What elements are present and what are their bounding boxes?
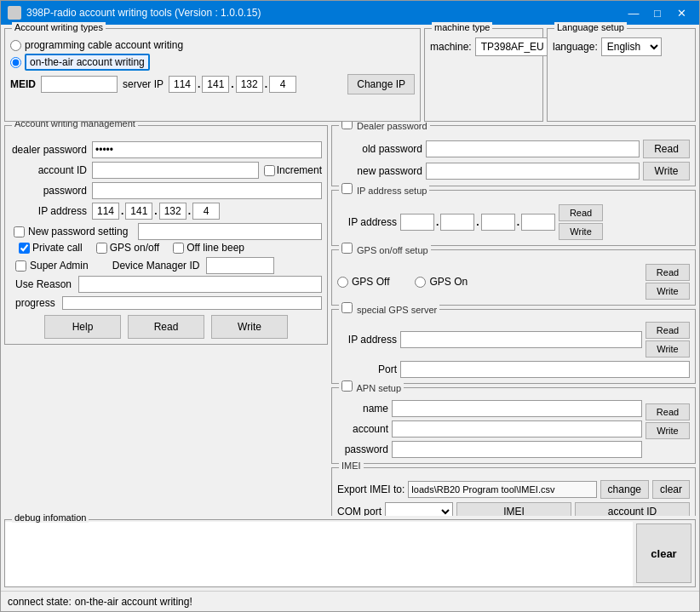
device-manager-id-input[interactable] xyxy=(206,257,274,274)
radio-label-2[interactable]: on-the-air account writing xyxy=(25,54,150,71)
account-id-btn[interactable]: account ID xyxy=(575,502,690,516)
language-setup-title: Language setup xyxy=(554,22,627,32)
debug-section: debug infomation clear xyxy=(4,519,696,587)
server-ip-octet-1[interactable]: 114 xyxy=(169,76,196,93)
apn-read-btn[interactable]: Read xyxy=(645,403,690,420)
imei-change-btn[interactable]: change xyxy=(600,480,649,499)
awm-ip-octet-2[interactable]: 141 xyxy=(125,203,152,220)
debug-clear-btn[interactable]: clear xyxy=(636,523,691,583)
server-ip-octet-2[interactable]: 141 xyxy=(202,76,229,93)
dp-read-button[interactable]: Read xyxy=(643,140,690,158)
meid-label: MEID xyxy=(10,78,36,90)
gps-onoff-cb-item: GPS on/off xyxy=(96,242,159,254)
apn-setup-checkbox[interactable] xyxy=(341,380,353,392)
account-types-title: Account writing types xyxy=(12,22,106,32)
gps-setup-write-btn[interactable]: Write xyxy=(645,283,690,300)
ip-setup-octet-2[interactable] xyxy=(440,214,474,231)
checkboxes-row: Private call GPS on/off Off line beep xyxy=(10,242,322,254)
ip-setup-octet-1[interactable] xyxy=(400,214,434,231)
new-password-input[interactable] xyxy=(138,223,322,240)
gps-setup-group: GPS on/off setup GPS Off GPS On Read Wri… xyxy=(331,249,696,306)
machine-type-group: machine type machine: TP398AF_EU TP398AF… xyxy=(424,28,543,122)
sgps-read-btn[interactable]: Read xyxy=(645,322,690,339)
left-panel: Account writing management dealer passwo… xyxy=(4,125,328,512)
super-admin-checkbox[interactable] xyxy=(15,260,26,272)
awm-password-input[interactable] xyxy=(92,182,322,199)
ip-dot-3: . xyxy=(265,78,267,90)
change-ip-button[interactable]: Change IP xyxy=(347,74,415,94)
gps-onoff-label[interactable]: GPS on/off xyxy=(110,242,159,254)
gps-setup-checkbox[interactable] xyxy=(341,243,353,254)
awm-ip-octet-1[interactable]: 114 xyxy=(92,203,119,220)
private-call-checkbox[interactable] xyxy=(19,243,30,254)
close-button[interactable]: ✕ xyxy=(670,4,692,21)
gps-setup-read-btn[interactable]: Read xyxy=(645,264,690,281)
special-gps-checkbox[interactable] xyxy=(341,302,353,313)
dp-old-input[interactable] xyxy=(426,140,640,157)
meid-input[interactable] xyxy=(41,76,118,93)
radio-on-the-air[interactable] xyxy=(10,57,21,68)
radio-label-1[interactable]: programming cable account writing xyxy=(25,39,183,51)
gps-off-label[interactable]: GPS Off xyxy=(352,276,389,288)
gps-on-label[interactable]: GPS On xyxy=(429,276,468,288)
sgps-port-input[interactable] xyxy=(400,361,690,378)
imei-clear-btn[interactable]: clear xyxy=(652,480,690,499)
super-admin-label[interactable]: Super Admin xyxy=(30,260,89,272)
special-gps-title: special GPS server xyxy=(339,302,439,315)
offline-beep-label[interactable]: Off line beep xyxy=(186,242,244,254)
dp-new-input[interactable] xyxy=(426,163,640,180)
dealer-password-checkbox[interactable] xyxy=(341,122,353,129)
debug-textarea[interactable] xyxy=(5,522,633,586)
offline-beep-cb-item: Off line beep xyxy=(173,242,244,254)
language-select[interactable]: English Chinese French Spanish xyxy=(601,37,662,56)
sgps-ip-label: IP address xyxy=(337,334,397,346)
increment-checkbox[interactable] xyxy=(264,165,275,176)
apn-account-input[interactable] xyxy=(392,420,642,438)
com-port-select[interactable] xyxy=(385,502,453,516)
dp-write-button[interactable]: Write xyxy=(643,162,690,180)
ip-dot-1: . xyxy=(198,78,200,90)
awm-ip-label: IP address xyxy=(10,205,87,217)
gps-setup-title: GPS on/off setup xyxy=(339,243,431,255)
gps-onoff-checkbox[interactable] xyxy=(96,243,107,254)
imei-path-input[interactable]: loads\RB20 Program tool\IMEI.csv xyxy=(408,481,596,498)
new-password-checkbox[interactable] xyxy=(14,226,25,237)
maximize-button[interactable]: □ xyxy=(646,4,668,21)
radio-programming-cable[interactable] xyxy=(10,40,21,51)
machine-label: machine: xyxy=(430,41,472,53)
help-button[interactable]: Help xyxy=(44,315,121,339)
ip-setup-octet-4[interactable] xyxy=(521,214,555,231)
server-ip-octet-4[interactable]: 4 xyxy=(269,76,296,93)
sgps-ip-input[interactable] xyxy=(400,331,642,348)
awm-ip-inputs: 114 . 141 . 132 . 4 xyxy=(92,203,322,220)
awm-ip-octet-3[interactable]: 132 xyxy=(159,203,186,220)
imei-export-row: Export IMEI to: loads\RB20 Program tool\… xyxy=(337,480,690,499)
sgps-write-btn[interactable]: Write xyxy=(645,340,690,357)
awm-account-id-input[interactable] xyxy=(92,162,259,179)
minimize-button[interactable]: — xyxy=(623,4,645,21)
apn-name-input[interactable] xyxy=(392,400,642,417)
gps-on-radio[interactable] xyxy=(415,277,426,288)
awm-rows: dealer password ***** account ID Increme… xyxy=(10,141,322,220)
use-reason-input[interactable] xyxy=(78,276,322,293)
awm-dealer-pw-input[interactable]: ***** xyxy=(92,141,322,158)
awm-ip-octet-4[interactable]: 4 xyxy=(192,203,220,220)
server-ip-octet-3[interactable]: 132 xyxy=(236,76,263,93)
write-button[interactable]: Write xyxy=(211,315,288,339)
new-password-label[interactable]: New password setting xyxy=(28,226,128,237)
apn-password-row: password xyxy=(337,441,642,458)
apn-password-input[interactable] xyxy=(392,441,642,458)
awm-dealer-pw-row: dealer password ***** xyxy=(10,141,322,158)
apn-write-btn[interactable]: Write xyxy=(645,422,690,439)
ip-setup-write-btn[interactable]: Write xyxy=(559,223,603,240)
offline-beep-checkbox[interactable] xyxy=(173,243,184,254)
read-button[interactable]: Read xyxy=(128,315,204,339)
private-call-label[interactable]: Private call xyxy=(32,242,83,254)
imei-group: IMEI Export IMEI to: loads\RB20 Program … xyxy=(331,467,696,516)
ip-setup-checkbox[interactable] xyxy=(341,183,353,194)
ip-setup-octet-3[interactable] xyxy=(481,214,515,231)
gps-off-radio[interactable] xyxy=(337,277,348,288)
ip-setup-read-btn[interactable]: Read xyxy=(559,204,603,221)
increment-label[interactable]: Increment xyxy=(277,164,322,176)
imei-btn[interactable]: IMEI xyxy=(456,502,571,516)
